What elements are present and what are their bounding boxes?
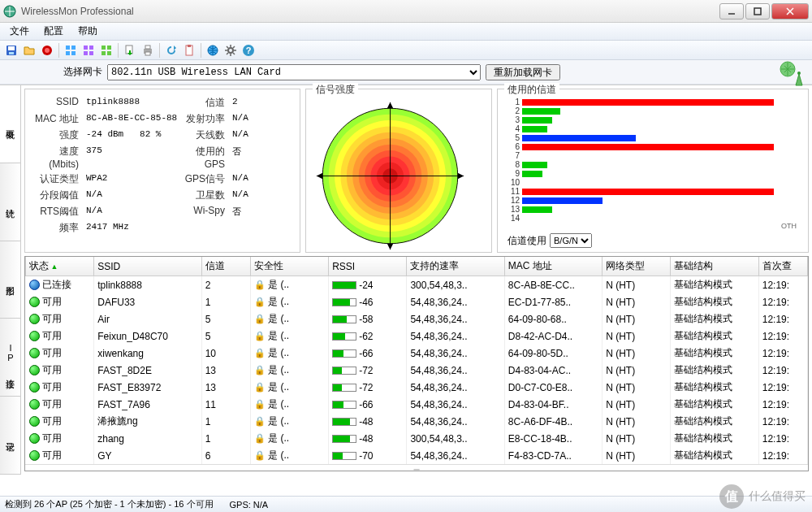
watermark-text: 什么值得买 (749, 489, 806, 504)
col-first[interactable]: 首次查 (758, 257, 807, 276)
table-row[interactable]: 可用Feixun_D48C705🔒 是 (..-6254,48,36,24..D… (26, 328, 808, 345)
table-row[interactable]: 可用浠掖旒ng1🔒 是 (..-4854,48,36,24..8C-A6-DF-… (26, 413, 808, 430)
table-row[interactable]: 已连接tplink88882🔒 是 (..-24300,54,48,3..8C-… (26, 276, 808, 294)
globe-icon[interactable] (205, 42, 221, 59)
chuse-label: 信道使用 (508, 234, 546, 248)
signal-title: 信号强度 (313, 83, 358, 97)
svg-rect-4 (9, 52, 14, 54)
nic-selector-row: 选择网卡 802.11n USB Wireless LAN Card 重新加载网… (0, 60, 812, 85)
channel-row: 9 (508, 169, 798, 178)
col-rates[interactable]: 支持的速率 (407, 257, 504, 276)
tab-ipconn[interactable]: IP 连接 (0, 319, 20, 397)
channel-row: 6 (508, 142, 798, 151)
record-icon[interactable] (39, 42, 55, 59)
svg-point-26 (228, 48, 233, 53)
connection-details: SSIDtplink8888 信道2 MAC 地址8C-AB-8E-CC-85-… (24, 89, 300, 253)
app-icon (3, 5, 16, 18)
col-infra[interactable]: 基础结构 (671, 257, 758, 276)
maximize-button[interactable] (745, 3, 770, 20)
val-ant: N/A (230, 128, 262, 142)
table-row[interactable]: 可用FAST_7A9611🔒 是 (..-6654,48,36,24..D4-8… (26, 396, 808, 413)
val-speed: 375 (84, 145, 181, 170)
lbl-chan: 信道 (184, 96, 227, 110)
col-sec[interactable]: 安全性 (250, 257, 328, 276)
refresh-icon[interactable] (163, 42, 179, 59)
minimize-button[interactable] (719, 3, 744, 20)
save-icon[interactable] (3, 42, 19, 59)
val-gps: 否 (230, 145, 262, 170)
table-row[interactable]: 可用FAST_8D2E13🔒 是 (..-7254,48,36,24..D4-8… (26, 362, 808, 379)
val-freq: 2417 MHz (84, 221, 181, 235)
svg-rect-7 (66, 46, 70, 50)
val-wispy: 否 (230, 205, 262, 219)
channels-title: 使用的信道 (504, 83, 559, 97)
grid3-icon[interactable] (98, 42, 114, 59)
svg-rect-12 (89, 46, 93, 50)
print-icon[interactable] (140, 42, 156, 59)
table-row[interactable]: 可用xiwenkang10🔒 是 (..-6654,48,36,24..64-0… (26, 345, 808, 362)
settings-icon[interactable] (222, 42, 239, 59)
tab-summary[interactable]: 概要 (0, 85, 20, 163)
watermark: 值 什么值得买 (719, 484, 806, 509)
help-icon[interactable]: ? (240, 42, 257, 59)
table-row[interactable]: 可用GY6🔒 是 (..-7054,48,36,24..F4-83-CD-7A.… (26, 447, 808, 464)
val-sat: N/A (230, 189, 262, 202)
col-chan[interactable]: 信道 (201, 257, 250, 276)
val-mac: 8C-AB-8E-CC-85-88 (84, 112, 181, 126)
channels-panel: 使用的信道 1234567891011121314 OTH 信道使用 B/G/N (497, 89, 809, 253)
channel-row: 13 (508, 205, 798, 214)
chuse-select[interactable]: B/G/N (550, 233, 592, 248)
table-header-row: 状态 SSID 信道 安全性 RSSI 支持的速率 MAC 地址 网络类型 基础… (26, 257, 808, 276)
menu-config[interactable]: 配置 (37, 23, 70, 40)
col-ssid[interactable]: SSID (94, 257, 201, 276)
export-icon[interactable] (122, 42, 138, 59)
status-detected: 检测到 26 个AP (25 个加密 - 1 个未加密) - 16 个可用 (5, 498, 214, 510)
val-frag: N/A (84, 189, 181, 202)
reload-nic-button[interactable]: 重新加载网卡 (486, 64, 560, 80)
close-button[interactable] (771, 3, 809, 20)
table-row[interactable]: 可用FAST_E8397213🔒 是 (..-7254,48,36,24..D0… (26, 379, 808, 396)
open-icon[interactable] (21, 42, 37, 59)
tab-graph[interactable]: 图形 (0, 241, 20, 319)
channel-row: 11 (508, 187, 798, 196)
nic-select[interactable]: 802.11n USB Wireless LAN Card (107, 64, 481, 80)
nic-label: 选择网卡 (6, 65, 102, 79)
channel-row: 10 (508, 178, 798, 187)
svg-rect-24 (188, 45, 191, 47)
table-row[interactable]: 可用Air5🔒 是 (..-5854,48,36,24..64-09-80-68… (26, 310, 808, 328)
col-mac[interactable]: MAC 地址 (504, 257, 602, 276)
svg-rect-14 (89, 51, 93, 55)
lbl-frag: 分段阈值 (30, 189, 80, 202)
svg-rect-10 (71, 51, 76, 55)
watermark-badge: 值 (719, 484, 744, 509)
tab-stats[interactable]: 统计 (0, 163, 20, 241)
signal-radar (311, 101, 469, 251)
svg-rect-16 (107, 46, 111, 50)
svg-rect-18 (107, 51, 111, 55)
channel-row: 5 (508, 133, 798, 142)
lbl-speed: 速度(Mbits) (30, 145, 80, 170)
tab-log[interactable]: 记录 (0, 397, 20, 475)
channel-row: 8 (508, 160, 798, 169)
svg-rect-22 (145, 52, 150, 55)
val-gpssig: N/A (230, 172, 262, 186)
menu-help[interactable]: 帮助 (71, 23, 104, 40)
ap-table[interactable]: 状态 SSID 信道 安全性 RSSI 支持的速率 MAC 地址 网络类型 基础… (24, 256, 809, 471)
grid1-icon[interactable] (63, 42, 79, 59)
side-tabs: 概要 统计 图形 IP 连接 记录 (0, 85, 21, 475)
col-rssi[interactable]: RSSI (329, 257, 407, 276)
table-row[interactable]: 可用DAFU331🔒 是 (..-4654,48,36,24..EC-D1-77… (26, 293, 808, 310)
channel-row: 4 (508, 124, 798, 133)
channel-row: 14 (508, 214, 798, 223)
svg-rect-9 (66, 51, 70, 55)
clipboard-icon[interactable] (181, 42, 197, 59)
table-row[interactable]: 可用zhang1🔒 是 (..-48300,54,48,3..E8-CC-18-… (26, 430, 808, 447)
grid2-icon[interactable] (80, 42, 97, 59)
antenna-icon (776, 58, 806, 87)
menu-file[interactable]: 文件 (3, 23, 36, 40)
col-status[interactable]: 状态 (26, 257, 94, 276)
lbl-gps: 使用的GPS (184, 145, 227, 170)
val-rts: N/A (84, 205, 181, 219)
signal-strength-panel: 信号强度 (305, 89, 492, 253)
col-ntype[interactable]: 网络类型 (603, 257, 671, 276)
